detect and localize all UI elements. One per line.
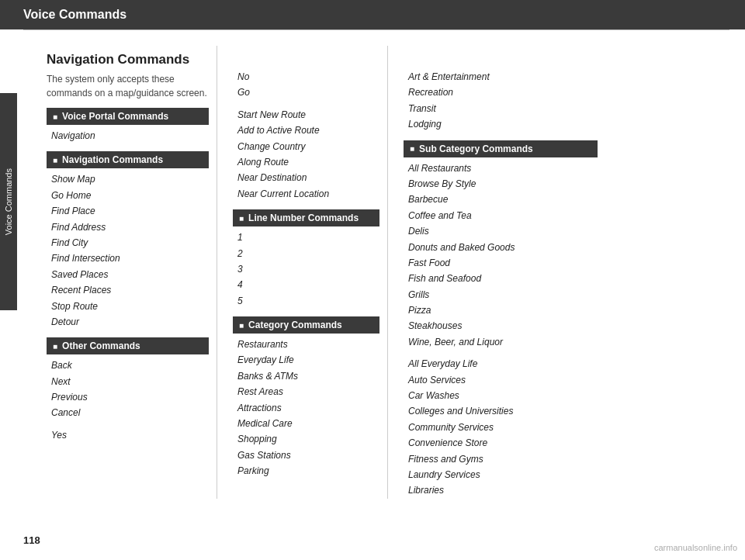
list-item: Find Intersection [47,251,209,266]
list-item: Laundry Services [404,467,598,482]
navigation-commands-items: Show Map Go Home Find Place Find Address… [47,171,209,330]
list-item: Fitness and Gyms [404,451,598,467]
side-tab: Voice Commands [0,93,17,310]
top-items: Art & Entertainment Recreation Transit L… [404,69,598,133]
list-item: Stop Route [47,299,209,314]
list-item: Go Home [47,188,209,203]
nav-commands-title: Navigation Commands [47,52,209,67]
list-item: 4 [233,277,379,292]
list-item: Community Services [404,420,598,435]
column-3: Art & Entertainment Recreation Transit L… [388,46,605,499]
header-title: Voice Commands [23,8,126,21]
list-item: Pizza [404,302,598,318]
list-item: Navigation [47,128,209,143]
list-item: Saved Places [47,267,209,282]
list-item: Recent Places [47,282,209,298]
list-item: Find Place [47,203,209,219]
list-item: Near Destination [233,170,379,185]
list-item: All Restaurants [404,161,598,176]
list-item: Donuts and Baked Goods [404,240,598,255]
list-item: Colleges and Universities [404,403,598,419]
sub-category-items-a: All Restaurants Browse By Style Barbecue… [404,161,598,351]
list-item: Car Washes [404,388,598,403]
list-item: Medical Care [233,416,379,431]
line-number-items: 1 2 3 4 5 [233,230,379,309]
list-item: Next [47,374,209,389]
list-item: 2 [233,246,379,261]
page-number: 118 [23,534,40,546]
column-1: Navigation Commands The system only acce… [39,46,217,499]
navigation-commands-header: Navigation Commands [47,151,209,168]
other-commands-items: Back Next Previous Cancel Yes [47,358,209,443]
list-item: Gas Stations [233,448,379,463]
list-item: Parking [233,463,379,479]
page-header: Voice Commands [0,0,745,29]
list-item: No [233,69,379,85]
list-item: Coffee and Tea [404,208,598,223]
sub-category-header: Sub Category Commands [404,140,598,157]
list-item: Yes [47,427,209,443]
voice-portal-header: Voice Portal Commands [47,108,209,125]
other-commands-header: Other Commands [47,337,209,354]
header-divider [23,29,729,30]
list-item: Find City [47,235,209,251]
list-item: Restaurants [233,337,379,352]
column-2: No Go Start New Route Add to Active Rout… [217,46,388,499]
list-item: Fast Food [404,255,598,271]
list-item: Previous [47,389,209,405]
category-items: Restaurants Everyday Life Banks & ATMs R… [233,337,379,479]
list-item: 1 [233,230,379,245]
category-header: Category Commands [233,316,379,334]
nav-commands-desc: The system only accepts these commands o… [47,72,209,100]
page: Voice Commands Voice Commands Navigation… [0,0,745,499]
list-item: Convenience Store [404,435,598,451]
line-number-header: Line Number Commands [233,209,379,226]
list-item: Show Map [47,171,209,187]
list-item: Rest Areas [233,384,379,399]
list-item: Wine, Beer, and Liquor [404,334,598,350]
list-item: Transit [404,101,598,116]
list-item: Go [233,85,379,100]
route-commands-items: Start New Route Add to Active Route Chan… [233,107,379,202]
watermark: carmanualsonline.info [654,543,737,552]
list-item: Back [47,358,209,373]
list-item: Recreation [404,85,598,100]
list-item: Find Address [47,220,209,235]
list-item: 5 [233,293,379,309]
list-item: Libraries [404,482,598,498]
list-item: Steakhouses [404,318,598,334]
list-item: Shopping [233,431,379,447]
list-item: 3 [233,261,379,277]
list-item: Change Country [233,139,379,154]
list-item: Art & Entertainment [404,69,598,85]
list-item: Banks & ATMs [233,368,379,384]
list-item: Start New Route [233,107,379,123]
main-content: Navigation Commands The system only acce… [23,46,745,499]
sub-category-items-b: All Everyday Life Auto Services Car Wash… [404,356,598,499]
side-tab-label: Voice Commands [4,168,13,235]
voice-portal-items: Navigation [47,128,209,143]
list-item: Delis [404,223,598,239]
list-item: Grills [404,287,598,302]
list-item: Lodging [404,116,598,132]
list-item: All Everyday Life [404,356,598,372]
list-item: Browse By Style [404,176,598,192]
list-item: Add to Active Route [233,123,379,138]
list-item: Near Current Location [233,186,379,202]
list-item: Fish and Seafood [404,271,598,286]
list-item: Along Route [233,154,379,170]
list-item: Detour [47,314,209,330]
list-item: Barbecue [404,192,598,207]
list-item: Attractions [233,400,379,416]
list-item: Cancel [47,405,209,420]
list-item: Everyday Life [233,352,379,368]
list-item: Auto Services [404,372,598,388]
